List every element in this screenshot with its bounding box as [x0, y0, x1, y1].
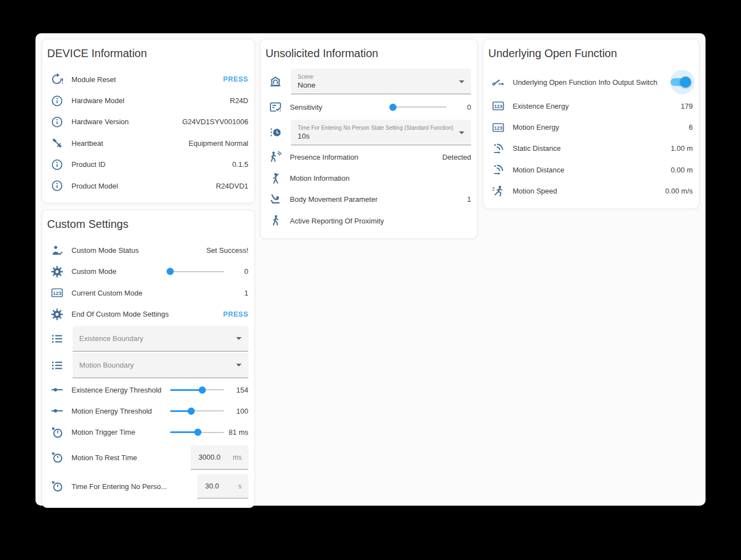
input-unit: s — [234, 482, 242, 490]
row-value: 0.00 m — [666, 166, 693, 174]
row-module-reset: Module Reset PRESS — [50, 69, 248, 90]
row-motion-distance: Motion Distance 0.00 m — [492, 159, 693, 180]
row-label: Motion Speed — [513, 187, 557, 195]
row-end-custom-mode: End Of Custom Mode Settings PRESS — [50, 304, 248, 325]
row-label: Custom Mode Status — [71, 246, 139, 254]
row-label: Static Distance — [513, 144, 561, 152]
row-label: Sensitivity — [290, 103, 323, 111]
row-value: R24D — [226, 96, 248, 105]
row-label: Time For Entering No Perso... — [71, 482, 167, 491]
app-surface: DEVICE Information Module Reset PRESS Ha… — [35, 33, 706, 506]
checklist-icon — [269, 100, 282, 114]
signal-distance-icon — [492, 142, 505, 155]
row-value: 6 — [684, 123, 693, 131]
module-reset-press-button[interactable]: PRESS — [223, 75, 248, 83]
slider-icon — [50, 383, 64, 396]
row-label: Product Model — [71, 182, 118, 190]
card-title: Custom Settings — [47, 218, 248, 231]
row-existence-energy: Existence Energy 179 — [492, 95, 693, 116]
person-check-icon — [50, 244, 64, 257]
time-entering-no-person-input[interactable]: 30.0 s — [197, 474, 248, 498]
motion-to-rest-time-input[interactable]: 3000.0 ms — [191, 445, 248, 470]
row-hardware-version: Hardware Version G24VD1SYV001006 — [50, 111, 248, 133]
end-custom-mode-press-button[interactable]: PRESS — [223, 310, 248, 318]
chevron-down-icon — [236, 364, 242, 366]
row-motion-trigger-time: Motion Trigger Time 81 ms — [50, 422, 248, 443]
no-person-state-setting-select[interactable]: Time For Entering No Person State Settin… — [291, 120, 471, 145]
underlying-open-function-toggle[interactable] — [666, 69, 693, 95]
slider-value: 100 — [224, 407, 248, 415]
slider-value: 81 ms — [224, 428, 248, 436]
select-label: Existence Boundary — [79, 334, 231, 343]
toggle-thumb[interactable] — [680, 77, 691, 88]
row-custom-mode: Custom Mode 0 — [50, 261, 248, 282]
motion-trigger-time-slider[interactable] — [170, 428, 224, 436]
slider-icon — [50, 404, 64, 418]
row-label: Heartbeat — [71, 139, 103, 147]
card-title: Unsolicited Information — [265, 47, 471, 60]
row-label: Motion Energy Threshold — [71, 407, 152, 415]
existence-energy-threshold-slider[interactable] — [170, 386, 224, 394]
row-value: Detected — [438, 153, 471, 161]
slider-thumb[interactable] — [199, 386, 206, 394]
row-label: Presence Information — [290, 153, 359, 161]
row-presence-information: Presence Information Detected — [269, 146, 471, 167]
row-label: Motion Information — [290, 174, 350, 182]
slider-thumb[interactable] — [167, 268, 174, 275]
slider-thumb[interactable] — [187, 408, 195, 415]
info-icon — [50, 94, 64, 108]
row-label: Underlying Open Function Info Output Swi… — [513, 78, 657, 86]
row-label: Motion Trigger Time — [71, 428, 135, 436]
clock-pending-icon — [269, 126, 282, 139]
info-icon — [50, 115, 64, 129]
chevron-down-icon — [459, 80, 464, 83]
row-heartbeat: Heartbeat Equipment Normal — [50, 133, 248, 154]
plug-icon — [50, 136, 64, 150]
row-time-entering-no-person: Time For Entering No Perso... 30.0 s — [50, 472, 248, 501]
row-product-id: Product ID 0.1.5 — [50, 154, 248, 175]
row-label: Existence Energy Threshold — [71, 386, 161, 394]
card-underlying-open-function: Underlying Open Function Underlying Open… — [483, 39, 699, 209]
row-label: Existence Energy — [513, 102, 569, 110]
row-product-model: Product Model R24DVD1 — [50, 175, 248, 196]
row-label: Motion To Rest Time — [71, 454, 137, 462]
restart-alert-icon — [50, 73, 64, 86]
chevron-down-icon — [236, 337, 242, 340]
input-unit: ms — [228, 454, 242, 461]
body-movement-icon — [269, 193, 282, 206]
select-label: Scene — [298, 74, 453, 80]
row-value: 1.00 m — [666, 144, 693, 152]
row-sensitivity: Sensitivity 0 — [269, 95, 471, 119]
card-custom-settings: Custom Settings Custom Mode Status Set S… — [42, 210, 255, 508]
slider-thumb[interactable] — [195, 429, 202, 436]
select-label: Time For Entering No Person State Settin… — [298, 125, 453, 131]
row-label: Current Custom Mode — [71, 289, 142, 297]
list-icon — [50, 359, 64, 372]
card-unsolicited-information: Unsolicited Information Scene None Sensi… — [260, 39, 478, 239]
row-label: End Of Custom Mode Settings — [71, 310, 169, 318]
sensitivity-slider[interactable] — [393, 103, 447, 111]
row-motion-energy: Motion Energy 6 — [492, 116, 693, 138]
row-motion-boundary: Motion Boundary — [50, 353, 248, 378]
row-value: 0.1.5 — [228, 160, 248, 169]
motion-energy-threshold-slider[interactable] — [170, 407, 224, 415]
custom-mode-slider[interactable] — [170, 267, 224, 276]
slider-value: 0 — [224, 267, 248, 276]
chevron-down-icon — [459, 131, 464, 134]
slider-thumb[interactable] — [390, 104, 397, 111]
motion-boundary-select[interactable]: Motion Boundary — [73, 353, 248, 378]
row-label: Custom Mode — [71, 267, 116, 276]
signal-distance-icon — [492, 163, 505, 176]
card-device-information: DEVICE Information Module Reset PRESS Ha… — [42, 39, 255, 203]
gear-icon — [50, 308, 64, 321]
row-info-output-switch: Underlying Open Function Info Output Swi… — [492, 69, 693, 95]
scene-select[interactable]: Scene None — [291, 69, 471, 94]
row-label: Hardware Model — [71, 96, 124, 105]
existence-boundary-select[interactable]: Existence Boundary — [73, 326, 248, 352]
row-existence-energy-threshold: Existence Energy Threshold 154 — [50, 379, 248, 400]
row-value: G24VD1SYV001006 — [178, 118, 248, 126]
card-title: Underlying Open Function — [488, 47, 693, 60]
timer-icon — [50, 480, 64, 493]
switch-lever-icon — [492, 75, 505, 89]
row-motion-energy-threshold: Motion Energy Threshold 100 — [50, 400, 248, 421]
